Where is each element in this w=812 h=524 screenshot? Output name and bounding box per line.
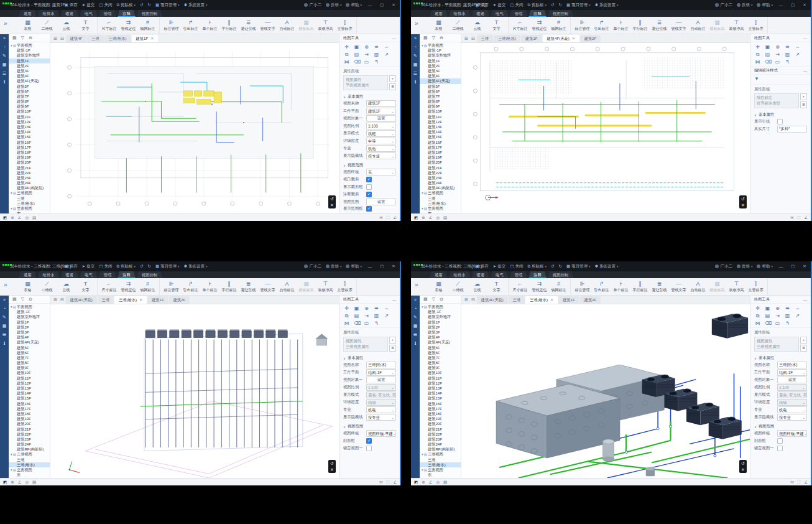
- ribbon-tool-line-2d[interactable]: ⟋二维线: [39, 281, 55, 293]
- tree-item[interactable]: 建筑18F: [420, 150, 461, 155]
- ribbon-tab-4[interactable]: 管综: [99, 10, 117, 17]
- tree-item[interactable]: 建筑24F: [420, 442, 461, 447]
- ribbon-tool-table[interactable]: ▦表格: [19, 19, 36, 32]
- close-tab-icon[interactable]: ✕: [572, 35, 575, 42]
- tree-item[interactable]: 建筑5F: [420, 84, 461, 89]
- tree-item[interactable]: 建筑4F: [420, 335, 461, 340]
- tree-item[interactable]: 建筑15F: [9, 134, 50, 139]
- ribbon-tool-riser-number[interactable]: ⫿立管标序: [747, 281, 764, 293]
- tool-delete-icon[interactable]: ⌫: [354, 320, 359, 326]
- ribbon-tool-dim-manage[interactable]: ⊪标注管理: [163, 19, 180, 32]
- titlebar-project-manage[interactable]: ▦项目管理▾: [566, 2, 591, 8]
- settings-button[interactable]: 设置: [777, 377, 807, 383]
- status-osnap-icon[interactable]: ◎: [25, 215, 29, 220]
- view-tab[interactable]: 建筑2F: [169, 296, 190, 304]
- tree-item[interactable]: 建筑8F: [420, 360, 461, 365]
- tree-item[interactable]: 东: [420, 472, 461, 477]
- view-tab[interactable]: 建筑4F(天花): [477, 296, 508, 304]
- ribbon-tool-clear-height[interactable]: ⊤装修净高: [317, 19, 334, 32]
- titlebar-system-settings[interactable]: ✱系统设置▾: [184, 2, 208, 8]
- tool-move-icon[interactable]: ✛: [755, 306, 760, 311]
- ribbon-tool-pipe-locate[interactable]: ⇉管线定位: [531, 281, 548, 293]
- ribbon-tool-parallel-dim[interactable]: ∥平行标注: [632, 281, 648, 293]
- ribbon-tool-leader-dim[interactable]: ↱引出标注: [593, 19, 610, 32]
- ribbon-tab-1[interactable]: 给排水: [449, 271, 471, 278]
- tool-copy-icon[interactable]: ▣: [765, 44, 770, 50]
- section-header[interactable]: ∨基本属性: [339, 92, 400, 101]
- type-selector-value[interactable]: 线性标注对齐标注类型: [754, 93, 799, 108]
- property-select[interactable]: 视图样板-早建⌄: [777, 430, 807, 437]
- ribbon-tool-grid-dimension[interactable]: #轴网标注: [139, 19, 156, 32]
- status-ortho-icon[interactable]: ∠: [18, 215, 22, 220]
- rail-headset-icon[interactable]: ◔: [3, 306, 6, 311]
- status-corner-icon[interactable]: ◩: [3, 480, 7, 485]
- titlebar-clipboard[interactable]: ⧉剪贴板▾: [527, 264, 547, 269]
- tree-item[interactable]: 建筑23F: [9, 175, 50, 180]
- view-tab[interactable]: 三维(给水): [494, 35, 520, 42]
- status-ortho-icon[interactable]: ∠: [429, 215, 433, 220]
- rail-edit-icon[interactable]: ✎: [413, 315, 417, 320]
- status-snap-icon[interactable]: ⊕: [11, 480, 14, 485]
- ribbon-expand-icon[interactable]: »: [4, 281, 7, 288]
- tool-undo-tool-icon[interactable]: ↰: [785, 59, 790, 65]
- ribbon-tool-pipe-text[interactable]: ―管线文字: [670, 19, 687, 32]
- tree-item[interactable]: 建筑2F: [9, 325, 50, 330]
- tree-group[interactable]: ▾▤立面视图: [9, 206, 50, 211]
- tool-split-icon[interactable]: ↗: [384, 52, 389, 57]
- ribbon-tool-dimension[interactable]: ⌐尺寸标注: [101, 19, 118, 32]
- titlebar-undo[interactable]: ↺: [551, 264, 554, 269]
- tree-item[interactable]: 建筑24F: [9, 442, 50, 447]
- rail-edit-icon[interactable]: ✎: [2, 54, 6, 58]
- tree-item[interactable]: 建筑5F: [9, 345, 50, 350]
- ribbon-tab-3[interactable]: 电气: [80, 271, 98, 278]
- property-select[interactable]: 结构-1F⌄: [366, 369, 396, 376]
- section-header[interactable]: ∨基本属性: [750, 353, 811, 362]
- tree-item[interactable]: 建筑18F: [420, 411, 461, 416]
- tree-item[interactable]: 建筑6F: [420, 350, 461, 355]
- status-measure-angle-icon[interactable]: ∠: [804, 215, 808, 220]
- tree-group[interactable]: ▾▤立面视图: [9, 467, 50, 472]
- tree-item[interactable]: 建筑7F: [9, 94, 50, 99]
- ribbon-tool-clear-height[interactable]: ⊤装修净高: [728, 19, 745, 32]
- ribbon-tool-clear-height[interactable]: ⊤装修净高: [728, 281, 745, 293]
- tree-item[interactable]: 建筑4F(天花): [420, 78, 461, 83]
- tree-item[interactable]: 建筑1F: [9, 320, 50, 325]
- tool-align-icon[interactable]: ⇔: [795, 306, 800, 311]
- rail-expand-icon[interactable]: »: [3, 297, 6, 302]
- tree-item[interactable]: 建筑12F: [420, 381, 461, 386]
- titlebar-save[interactable]: ▣保存: [65, 2, 78, 8]
- tool-array-icon[interactable]: ▤: [354, 52, 359, 57]
- status-message-icon[interactable]: ✉: [790, 480, 793, 485]
- titlebar-redo[interactable]: ↻: [559, 264, 562, 269]
- property-select[interactable]: 精细⌄: [777, 399, 807, 406]
- tree-item[interactable]: 建筑9F: [9, 365, 50, 370]
- tree-item[interactable]: 建筑5F: [420, 345, 461, 350]
- drawing-canvas[interactable]: ↺✕: [461, 304, 750, 478]
- close-button[interactable]: ✕: [390, 2, 397, 7]
- status-message-icon[interactable]: ✉: [379, 215, 382, 220]
- tree-item[interactable]: 建筑1F: [420, 320, 461, 325]
- tree-item[interactable]: 建筑11F: [9, 115, 50, 119]
- selector-type-list-button[interactable]: ≣: [389, 345, 396, 352]
- drawing-canvas[interactable]: ↺✕: [50, 304, 339, 478]
- rail-expand-icon[interactable]: »: [3, 36, 6, 41]
- doctab-list-view-icon[interactable]: ⊟: [59, 296, 65, 304]
- tool-split-icon[interactable]: ↗: [795, 52, 800, 57]
- reset-view-icon[interactable]: ↺: [330, 196, 334, 202]
- ribbon-tab-4[interactable]: 管综: [510, 271, 528, 278]
- reset-view-icon[interactable]: ↺: [330, 461, 334, 466]
- tool-match-icon[interactable]: ⋈: [344, 320, 349, 326]
- tool-match-icon[interactable]: ⋈: [344, 59, 349, 65]
- ribbon-tool-dim-manage[interactable]: ⊪标注管理: [574, 19, 591, 32]
- tool-array-icon[interactable]: ▤: [354, 313, 359, 319]
- tree-item[interactable]: 建筑4F: [420, 73, 461, 78]
- tree-item[interactable]: 建筑5F: [9, 84, 50, 89]
- ribbon-tool-dim-manage[interactable]: ⊪标注管理: [163, 281, 180, 293]
- titlebar-undo[interactable]: ↺: [551, 2, 554, 7]
- tree-item[interactable]: 建筑16F: [420, 140, 461, 145]
- titlebar-close-doc[interactable]: ▢关闭: [510, 264, 523, 269]
- tree-item[interactable]: 建筑-1F: [9, 48, 50, 53]
- tree-panel-icon[interactable]: ▤: [12, 35, 17, 40]
- ribbon-tool-pipe-locate[interactable]: ⇉管线定位: [120, 281, 137, 293]
- tree-item[interactable]: 建筑8F: [9, 360, 50, 365]
